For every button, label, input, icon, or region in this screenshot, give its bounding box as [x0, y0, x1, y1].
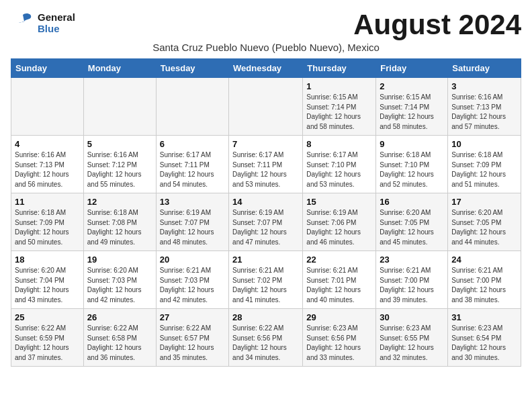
- logo-bird-icon: [11, 11, 35, 35]
- calendar-day-cell: 23Sunrise: 6:21 AMSunset: 7:00 PMDayligh…: [376, 251, 448, 309]
- day-number: 24: [451, 255, 517, 265]
- calendar-header: SundayMondayTuesdayWednesdayThursdayFrid…: [11, 59, 521, 78]
- calendar-table: SundayMondayTuesdayWednesdayThursdayFrid…: [11, 58, 521, 367]
- day-number: 19: [87, 255, 152, 265]
- subtitle: Santa Cruz Pueblo Nuevo (Pueblo Nuevo), …: [11, 42, 521, 53]
- day-number: 5: [87, 139, 152, 149]
- calendar-week-row: 4Sunrise: 6:16 AMSunset: 7:13 PMDaylight…: [11, 136, 521, 193]
- calendar-day-cell: [11, 78, 84, 136]
- day-number: 27: [160, 312, 225, 322]
- day-number: 2: [380, 81, 444, 91]
- calendar-day-cell: 22Sunrise: 6:21 AMSunset: 7:01 PMDayligh…: [303, 251, 376, 309]
- day-info: Sunrise: 6:16 AMSunset: 7:13 PMDaylight:…: [451, 93, 517, 132]
- calendar-day-cell: 8Sunrise: 6:17 AMSunset: 7:10 PMDaylight…: [303, 136, 376, 193]
- day-number: 28: [232, 312, 299, 322]
- calendar-day-cell: 18Sunrise: 6:20 AMSunset: 7:04 PMDayligh…: [11, 251, 84, 309]
- day-info: Sunrise: 6:21 AMSunset: 7:02 PMDaylight:…: [232, 266, 299, 305]
- calendar-day-cell: 19Sunrise: 6:20 AMSunset: 7:03 PMDayligh…: [83, 251, 156, 309]
- day-number: 22: [306, 255, 372, 265]
- day-info: Sunrise: 6:21 AMSunset: 7:00 PMDaylight:…: [451, 266, 517, 305]
- day-number: 14: [232, 197, 299, 207]
- calendar-day-cell: 29Sunrise: 6:23 AMSunset: 6:56 PMDayligh…: [303, 309, 376, 367]
- day-number: 7: [232, 139, 299, 149]
- day-number: 11: [15, 197, 80, 207]
- day-info: Sunrise: 6:17 AMSunset: 7:10 PMDaylight:…: [306, 150, 372, 189]
- calendar-day-cell: 20Sunrise: 6:21 AMSunset: 7:03 PMDayligh…: [156, 251, 228, 309]
- day-info: Sunrise: 6:23 AMSunset: 6:56 PMDaylight:…: [306, 324, 372, 363]
- calendar-day-cell: 12Sunrise: 6:18 AMSunset: 7:08 PMDayligh…: [83, 193, 156, 251]
- day-number: 15: [306, 197, 372, 207]
- calendar-day-cell: 24Sunrise: 6:21 AMSunset: 7:00 PMDayligh…: [448, 251, 521, 309]
- day-info: Sunrise: 6:20 AMSunset: 7:03 PMDaylight:…: [87, 266, 152, 305]
- day-number: 20: [160, 255, 225, 265]
- day-number: 13: [160, 197, 225, 207]
- calendar-day-cell: 26Sunrise: 6:22 AMSunset: 6:58 PMDayligh…: [83, 309, 156, 367]
- day-info: Sunrise: 6:16 AMSunset: 7:12 PMDaylight:…: [87, 150, 152, 189]
- day-of-week-header: Saturday: [448, 59, 521, 78]
- logo-blue: Blue: [38, 23, 75, 34]
- calendar-day-cell: 17Sunrise: 6:20 AMSunset: 7:05 PMDayligh…: [448, 193, 521, 251]
- calendar-day-cell: 25Sunrise: 6:22 AMSunset: 6:59 PMDayligh…: [11, 309, 84, 367]
- day-info: Sunrise: 6:17 AMSunset: 7:11 PMDaylight:…: [232, 150, 299, 189]
- day-info: Sunrise: 6:18 AMSunset: 7:09 PMDaylight:…: [451, 150, 517, 189]
- day-info: Sunrise: 6:23 AMSunset: 6:54 PMDaylight:…: [451, 324, 517, 363]
- calendar-day-cell: 9Sunrise: 6:18 AMSunset: 7:10 PMDaylight…: [376, 136, 448, 193]
- calendar-day-cell: 2Sunrise: 6:15 AMSunset: 7:14 PMDaylight…: [376, 78, 448, 136]
- calendar-day-cell: [229, 78, 303, 136]
- day-info: Sunrise: 6:20 AMSunset: 7:04 PMDaylight:…: [15, 266, 80, 305]
- day-number: 9: [380, 139, 444, 149]
- day-number: 30: [380, 312, 444, 322]
- calendar-day-cell: 11Sunrise: 6:18 AMSunset: 7:09 PMDayligh…: [11, 193, 84, 251]
- month-title: August 2024: [353, 11, 521, 39]
- day-of-week-header: Friday: [376, 59, 448, 78]
- calendar-week-row: 25Sunrise: 6:22 AMSunset: 6:59 PMDayligh…: [11, 309, 521, 367]
- day-info: Sunrise: 6:22 AMSunset: 6:57 PMDaylight:…: [160, 324, 225, 363]
- day-of-week-header: Monday: [83, 59, 156, 78]
- day-info: Sunrise: 6:18 AMSunset: 7:08 PMDaylight:…: [87, 208, 152, 247]
- day-of-week-header: Wednesday: [229, 59, 303, 78]
- day-number: 6: [160, 139, 225, 149]
- calendar-day-cell: 3Sunrise: 6:16 AMSunset: 7:13 PMDaylight…: [448, 78, 521, 136]
- day-info: Sunrise: 6:16 AMSunset: 7:13 PMDaylight:…: [15, 150, 80, 189]
- calendar-day-cell: 21Sunrise: 6:21 AMSunset: 7:02 PMDayligh…: [229, 251, 303, 309]
- day-number: 8: [306, 139, 372, 149]
- day-number: 12: [87, 197, 152, 207]
- logo-general: General: [38, 11, 75, 23]
- calendar-day-cell: 10Sunrise: 6:18 AMSunset: 7:09 PMDayligh…: [448, 136, 521, 193]
- header-row-days: SundayMondayTuesdayWednesdayThursdayFrid…: [11, 59, 521, 78]
- day-info: Sunrise: 6:20 AMSunset: 7:05 PMDaylight:…: [451, 208, 517, 247]
- day-number: 3: [451, 81, 517, 91]
- day-number: 23: [380, 255, 444, 265]
- header-row: General Blue August 2024: [11, 11, 521, 39]
- day-info: Sunrise: 6:22 AMSunset: 6:56 PMDaylight:…: [232, 324, 299, 363]
- calendar-day-cell: 6Sunrise: 6:17 AMSunset: 7:11 PMDaylight…: [156, 136, 228, 193]
- day-info: Sunrise: 6:21 AMSunset: 7:03 PMDaylight:…: [160, 266, 225, 305]
- calendar-day-cell: 5Sunrise: 6:16 AMSunset: 7:12 PMDaylight…: [83, 136, 156, 193]
- calendar-day-cell: 4Sunrise: 6:16 AMSunset: 7:13 PMDaylight…: [11, 136, 84, 193]
- day-number: 10: [451, 139, 517, 149]
- day-number: 1: [306, 81, 372, 91]
- day-number: 4: [15, 139, 80, 149]
- calendar-day-cell: 14Sunrise: 6:19 AMSunset: 7:07 PMDayligh…: [229, 193, 303, 251]
- day-info: Sunrise: 6:15 AMSunset: 7:14 PMDaylight:…: [306, 93, 372, 132]
- calendar-day-cell: [83, 78, 156, 136]
- day-number: 16: [380, 197, 444, 207]
- calendar-day-cell: 7Sunrise: 6:17 AMSunset: 7:11 PMDaylight…: [229, 136, 303, 193]
- day-info: Sunrise: 6:19 AMSunset: 7:06 PMDaylight:…: [306, 208, 372, 247]
- day-number: 18: [15, 255, 80, 265]
- day-info: Sunrise: 6:23 AMSunset: 6:55 PMDaylight:…: [380, 324, 444, 363]
- calendar-week-row: 1Sunrise: 6:15 AMSunset: 7:14 PMDaylight…: [11, 78, 521, 136]
- day-of-week-header: Tuesday: [156, 59, 228, 78]
- calendar-container: General Blue August 2024 Santa Cruz Pueb…: [0, 0, 532, 375]
- calendar-week-row: 11Sunrise: 6:18 AMSunset: 7:09 PMDayligh…: [11, 193, 521, 251]
- calendar-day-cell: 15Sunrise: 6:19 AMSunset: 7:06 PMDayligh…: [303, 193, 376, 251]
- calendar-week-row: 18Sunrise: 6:20 AMSunset: 7:04 PMDayligh…: [11, 251, 521, 309]
- day-number: 25: [15, 312, 80, 322]
- calendar-day-cell: 30Sunrise: 6:23 AMSunset: 6:55 PMDayligh…: [376, 309, 448, 367]
- day-info: Sunrise: 6:15 AMSunset: 7:14 PMDaylight:…: [380, 93, 444, 132]
- calendar-day-cell: 16Sunrise: 6:20 AMSunset: 7:05 PMDayligh…: [376, 193, 448, 251]
- day-number: 29: [306, 312, 372, 322]
- day-info: Sunrise: 6:22 AMSunset: 6:59 PMDaylight:…: [15, 324, 80, 363]
- day-number: 17: [451, 197, 517, 207]
- calendar-day-cell: 31Sunrise: 6:23 AMSunset: 6:54 PMDayligh…: [448, 309, 521, 367]
